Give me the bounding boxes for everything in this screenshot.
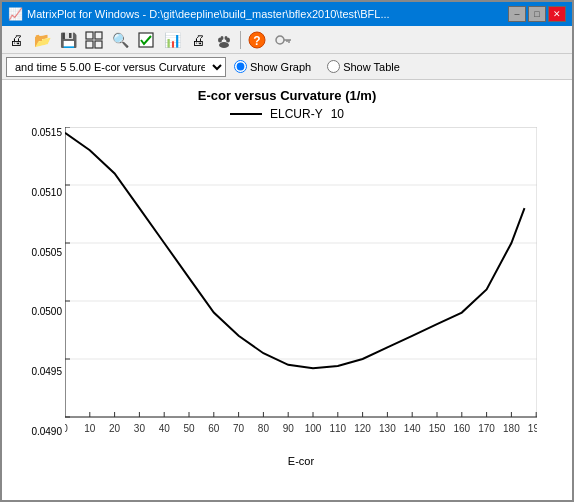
y-tick-5: 0.0495 [31,366,62,377]
dataset-dropdown[interactable]: and time 5 5.00 E-cor versus Curvature (… [6,57,226,77]
minimize-button[interactable]: – [508,6,526,22]
svg-text:90: 90 [283,423,295,434]
svg-text:40: 40 [159,423,171,434]
svg-rect-0 [86,32,93,39]
svg-rect-16 [65,127,537,417]
svg-rect-1 [95,32,102,39]
toolbar-separator [240,31,241,49]
svg-text:130: 130 [379,423,396,434]
svg-text:0: 0 [65,423,68,434]
app-icon: 📈 [8,7,23,21]
svg-text:?: ? [253,34,260,48]
svg-point-5 [219,42,229,48]
toolbar-print-icon[interactable]: 🖨 [4,29,28,51]
svg-text:150: 150 [429,423,446,434]
svg-point-12 [276,36,284,44]
controls-bar: and time 5 5.00 E-cor versus Curvature (… [2,54,572,80]
legend-line-icon [230,113,262,115]
svg-text:110: 110 [329,423,346,434]
y-tick-1: 0.0515 [31,127,62,138]
title-bar: 📈 MatrixPlot for Windows - D:\git\deepli… [2,2,572,26]
svg-text:170: 170 [478,423,495,434]
main-content: E-cor versus Curvature (1/m) ELCUR-Y 10 … [2,80,572,500]
toolbar-print2-icon[interactable]: 🖨 [186,29,210,51]
svg-text:190: 190 [528,423,537,434]
svg-rect-3 [95,41,102,48]
toolbar: 🖨 📂 💾 🔍 📊 🖨 [2,26,572,54]
svg-text:160: 160 [453,423,470,434]
toolbar-key-icon[interactable] [271,29,295,51]
chart-container: Curvature (1/m) 0.0515 0.0510 0.0505 0.0… [27,127,547,467]
x-axis-label: E-cor [65,455,537,467]
svg-text:20: 20 [109,423,121,434]
show-table-radio-label[interactable]: Show Table [327,60,400,73]
svg-text:50: 50 [183,423,195,434]
svg-text:80: 80 [258,423,270,434]
title-bar-controls: – □ ✕ [508,6,566,22]
svg-text:100: 100 [305,423,322,434]
show-graph-radio[interactable] [234,60,247,73]
svg-rect-2 [86,41,93,48]
toolbar-open-icon[interactable]: 📂 [30,29,54,51]
window-title: MatrixPlot for Windows - D:\git\deepline… [27,8,390,20]
svg-point-9 [225,36,228,40]
toolbar-grid-icon[interactable] [82,29,106,51]
svg-point-8 [221,36,224,40]
y-tick-6: 0.0490 [31,426,62,437]
toolbar-search-icon[interactable]: 🔍 [108,29,132,51]
show-table-label: Show Table [343,61,400,73]
chart-legend: ELCUR-Y 10 [230,107,344,121]
title-bar-left: 📈 MatrixPlot for Windows - D:\git\deepli… [8,7,390,21]
chart-title: E-cor versus Curvature (1/m) [198,88,376,103]
svg-text:30: 30 [134,423,146,434]
y-tick-3: 0.0505 [31,247,62,258]
toolbar-chart-icon[interactable]: 📊 [160,29,184,51]
maximize-button[interactable]: □ [528,6,546,22]
svg-text:60: 60 [208,423,220,434]
toolbar-check-icon[interactable] [134,29,158,51]
y-tick-4: 0.0500 [31,306,62,317]
svg-text:120: 120 [354,423,371,434]
show-graph-label: Show Graph [250,61,311,73]
close-button[interactable]: ✕ [548,6,566,22]
chart-area: Curvature (1/m) 0.0515 0.0510 0.0505 0.0… [27,127,547,467]
y-tick-2: 0.0510 [31,187,62,198]
toolbar-save-icon[interactable]: 💾 [56,29,80,51]
view-toggle-group: Show Graph Show Table [234,60,400,73]
main-window: 📈 MatrixPlot for Windows - D:\git\deepli… [0,0,574,502]
svg-text:10: 10 [84,423,96,434]
legend-series-value: 10 [331,107,344,121]
chart-svg: 0 10 20 30 40 50 60 70 80 90 100 110 120… [65,127,537,437]
legend-series-label: ELCUR-Y [270,107,323,121]
show-graph-radio-label[interactable]: Show Graph [234,60,311,73]
svg-text:140: 140 [404,423,421,434]
svg-text:70: 70 [233,423,245,434]
toolbar-help-icon[interactable]: ? [245,29,269,51]
svg-text:180: 180 [503,423,520,434]
show-table-radio[interactable] [327,60,340,73]
toolbar-paw-icon[interactable] [212,29,236,51]
y-axis-ticks: 0.0515 0.0510 0.0505 0.0500 0.0495 0.049… [27,127,65,437]
